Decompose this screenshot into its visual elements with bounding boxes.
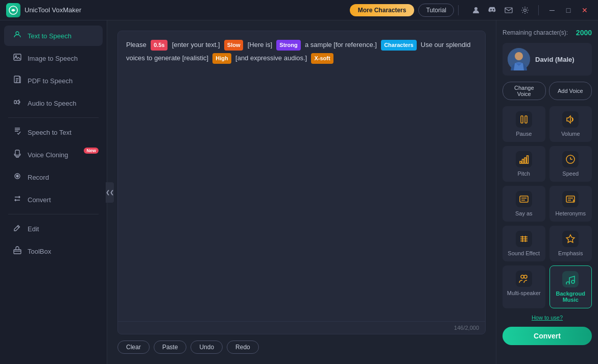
edit-icon: [12, 224, 22, 234]
control-say-as[interactable]: Say as: [503, 186, 545, 222]
sidebar-item-image-to-speech[interactable]: Image to Speech: [4, 48, 103, 68]
sound-effect-icon: [516, 231, 532, 247]
control-speed-label: Speed: [562, 171, 579, 177]
sidebar-item-toolbox[interactable]: ToolBox: [4, 241, 103, 261]
control-background-music-label: Backgroud Music: [554, 290, 588, 303]
tutorial-button[interactable]: Tutorial: [418, 4, 454, 17]
svg-rect-20: [520, 161, 521, 163]
svg-point-26: [521, 275, 524, 278]
heteronyms-icon: [562, 191, 579, 207]
control-background-music[interactable]: Backgroud Music: [549, 265, 592, 308]
sidebar-item-convert[interactable]: Convert: [4, 189, 103, 210]
control-pitch-label: Pitch: [518, 171, 530, 177]
add-voice-button[interactable]: Add Voice: [549, 82, 592, 100]
svg-rect-2: [505, 8, 512, 13]
convert-icon: [12, 195, 22, 205]
sidebar-divider2: [8, 214, 99, 214]
svg-rect-21: [522, 159, 523, 163]
control-volume-label: Volume: [561, 131, 580, 137]
voice-avatar: [508, 48, 530, 70]
sidebar-label-audio-to-speech: Audio to Speech: [28, 100, 76, 107]
clear-button[interactable]: Clear: [117, 341, 150, 354]
redo-button[interactable]: Redo: [227, 341, 259, 354]
sidebar-label-convert: Convert: [28, 196, 51, 204]
sidebar: Text to Speech Image to Speech PDF to Sp…: [0, 20, 107, 364]
more-characters-button[interactable]: More Characters: [350, 4, 415, 16]
convert-button[interactable]: Convert: [503, 327, 592, 345]
control-heteronyms[interactable]: Heteronyms: [549, 186, 592, 222]
svg-point-17: [515, 52, 523, 60]
control-volume[interactable]: Volume: [549, 106, 592, 142]
control-multi-speaker-label: Multi-speaker: [507, 290, 541, 296]
control-pause[interactable]: Pause: [503, 106, 545, 142]
control-sound-effect[interactable]: Sound Effect: [503, 226, 545, 261]
discord-icon[interactable]: [485, 3, 499, 17]
change-voice-button[interactable]: Change Voice: [503, 82, 546, 100]
titlebar-separator: [458, 5, 459, 15]
volume-icon: [562, 111, 579, 128]
sidebar-collapse-button[interactable]: ❮❮: [106, 182, 114, 203]
pause-icon: [516, 111, 532, 128]
voice-card: David (Male): [503, 43, 592, 76]
voice-cloning-icon: [12, 150, 22, 160]
svg-point-1: [474, 7, 477, 10]
settings-icon[interactable]: [518, 3, 532, 17]
app-title: UnicTool VoxMaker: [25, 6, 81, 14]
svg-rect-24: [520, 196, 528, 202]
tag-strong: Strong: [276, 40, 300, 51]
svg-rect-5: [14, 54, 21, 60]
right-panel: Remaining character(s): 2000 David (Male…: [496, 20, 598, 364]
control-speed[interactable]: Speed: [549, 146, 592, 182]
svg-point-27: [524, 275, 527, 278]
tag-high: High: [212, 53, 231, 64]
sidebar-label-text-to-speech: Text to Speech: [28, 32, 71, 40]
sidebar-item-record[interactable]: Record: [4, 167, 103, 187]
svg-point-3: [524, 9, 527, 11]
sidebar-item-edit[interactable]: Edit: [4, 219, 103, 239]
close-button[interactable]: ✕: [578, 3, 592, 17]
control-say-as-label: Say as: [515, 210, 533, 216]
sidebar-item-text-to-speech[interactable]: Text to Speech: [4, 26, 103, 46]
app-logo: UnicTool VoxMaker: [6, 3, 350, 17]
svg-point-29: [571, 280, 575, 283]
sep2: [538, 5, 539, 15]
main-layout: Text to Speech Image to Speech PDF to Sp…: [0, 20, 598, 364]
speech-to-text-icon: [12, 127, 22, 137]
undo-button[interactable]: Undo: [190, 341, 223, 354]
sidebar-item-pdf-to-speech[interactable]: PDF to Speech: [4, 70, 103, 91]
titlebar-center: More Characters Tutorial: [350, 4, 454, 17]
sidebar-divider1: [8, 117, 99, 118]
paste-button[interactable]: Paste: [154, 341, 187, 354]
control-emphasis-label: Emphasis: [558, 250, 583, 256]
sidebar-item-speech-to-text[interactable]: Speech to Text: [4, 122, 103, 142]
svg-rect-23: [527, 156, 528, 163]
control-heteronyms-label: Heteronyms: [556, 210, 586, 216]
sidebar-label-voice-cloning: Voice Cloning: [28, 151, 68, 159]
control-multi-speaker[interactable]: Multi-speaker: [503, 265, 545, 308]
svg-rect-9: [15, 150, 19, 155]
sidebar-label-image-to-speech: Image to Speech: [28, 55, 78, 62]
sidebar-label-toolbox: ToolBox: [28, 248, 51, 255]
mail-icon[interactable]: [501, 3, 516, 17]
how-to-use-link[interactable]: How to use?: [503, 314, 592, 321]
user-icon[interactable]: [469, 3, 483, 17]
control-emphasis[interactable]: Emphasis: [549, 226, 592, 261]
text-editor[interactable]: Please 0.5s [enter your text.] Slow [Her…: [118, 31, 485, 321]
maximize-button[interactable]: □: [561, 3, 576, 17]
sidebar-item-audio-to-speech[interactable]: Audio to Speech: [4, 93, 103, 113]
tag-xsoft: X-soft: [311, 53, 333, 64]
emphasis-icon: [562, 231, 579, 247]
svg-point-6: [15, 56, 16, 57]
sidebar-label-record: Record: [28, 174, 49, 181]
speed-icon: [562, 151, 579, 167]
sidebar-item-voice-cloning[interactable]: Voice Cloning New: [4, 144, 103, 165]
minimize-button[interactable]: ─: [545, 3, 559, 17]
multi-speaker-icon: [516, 271, 532, 287]
audio-to-speech-icon: [12, 98, 22, 108]
svg-rect-19: [525, 116, 527, 123]
svg-rect-14: [14, 250, 21, 254]
toolbox-icon: [12, 246, 22, 256]
control-pitch[interactable]: Pitch: [503, 146, 545, 182]
svg-point-4: [16, 32, 19, 35]
text-editor-container: Please 0.5s [enter your text.] Slow [Her…: [117, 31, 486, 334]
